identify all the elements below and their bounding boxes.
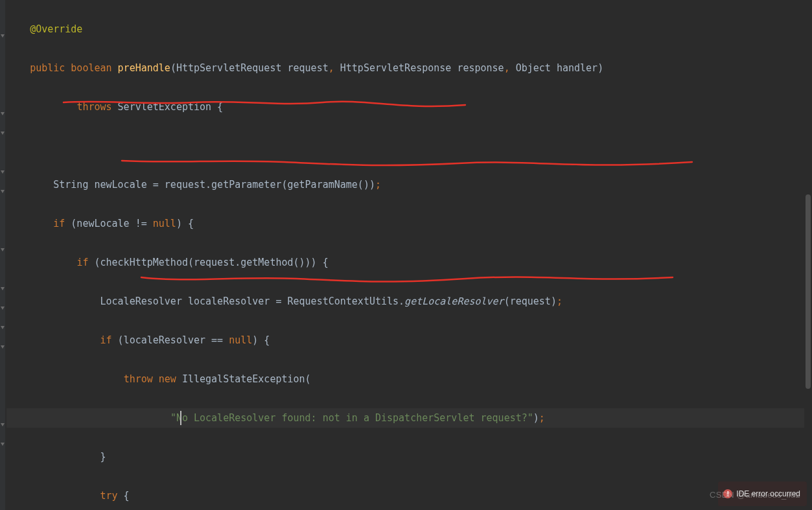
method-name: preHandle [118, 62, 170, 74]
code-line-current[interactable]: "No LocaleResolver found: not in a Dispa… [6, 408, 812, 428]
code-text: LocaleResolver localeResolver = RequestC… [100, 296, 405, 307]
code-text: { [118, 490, 130, 502]
code-line[interactable]: public boolean preHandle(HttpServletRequ… [6, 58, 812, 78]
keyword-new: new [159, 373, 176, 385]
keyword-throws: throws [76, 101, 111, 113]
brace: } [100, 451, 106, 463]
code-text: HttpServletResponse response [334, 62, 504, 74]
vertical-scrollbar-thumb[interactable] [806, 194, 811, 389]
error-icon: ! [723, 489, 732, 498]
code-line[interactable]: if (newLocale != null) { [6, 214, 812, 233]
semicolon: ; [375, 179, 381, 191]
keyword-public: public [30, 62, 65, 74]
code-text: (request) [504, 296, 557, 307]
code-line[interactable]: String newLocale = request.getParameter(… [6, 175, 812, 194]
keyword-if: if [100, 334, 112, 346]
code-line[interactable]: try { [6, 486, 812, 505]
code-line[interactable]: throw new IllegalStateException( [6, 369, 812, 389]
code-editor[interactable]: @Override public boolean preHandle(HttpS… [5, 0, 812, 510]
code-line[interactable]: throws ServletException { [6, 97, 812, 117]
code-text: (localeResolver == [112, 334, 229, 346]
code-line[interactable]: @Override [6, 19, 812, 39]
code-text: String newLocale = request.getParameter(… [53, 179, 375, 191]
code-text: ) [533, 412, 539, 424]
string-literal: "No LocaleResolver found: not in a Dispa… [170, 412, 533, 424]
semicolon: ; [539, 412, 545, 424]
keyword-null: null [153, 218, 176, 229]
code-text: (HttpServletRequest request [170, 62, 329, 74]
error-text: IDE error occurred [736, 484, 800, 504]
keyword-if: if [76, 257, 88, 268]
static-call: getLocaleResolver [404, 296, 504, 307]
code-line[interactable]: if (checkHttpMethod(request.getMethod())… [6, 253, 812, 272]
caret [180, 411, 181, 425]
code-text: (newLocale != [65, 218, 152, 229]
fold-markers [0, 0, 5, 510]
keyword-boolean: boolean [71, 62, 111, 74]
code-text: ) { [252, 334, 270, 346]
code-line[interactable]: if (localeResolver == null) { [6, 330, 812, 350]
code-text: ) { [176, 218, 194, 229]
semicolon: ; [557, 296, 563, 307]
code-text: ServletException { [118, 101, 224, 113]
code-line[interactable]: } [6, 447, 812, 467]
annotation: @Override [30, 23, 82, 35]
code-text: IllegalStateException( [176, 373, 311, 385]
code-line[interactable]: LocaleResolver localeResolver = RequestC… [6, 292, 812, 311]
comma: , [504, 62, 510, 74]
keyword-null: null [229, 334, 252, 346]
code-line[interactable] [6, 136, 812, 156]
ide-error-notification[interactable]: ! IDE error occurred [718, 481, 807, 506]
comma: , [329, 62, 334, 74]
keyword-throw: throw [124, 373, 153, 385]
code-text: Object handler) [510, 62, 604, 74]
keyword-if: if [53, 218, 65, 229]
keyword-try: try [100, 490, 118, 502]
vertical-scrollbar-track[interactable] [804, 0, 812, 510]
code-text: (checkHttpMethod(request.getMethod())) { [88, 257, 328, 268]
